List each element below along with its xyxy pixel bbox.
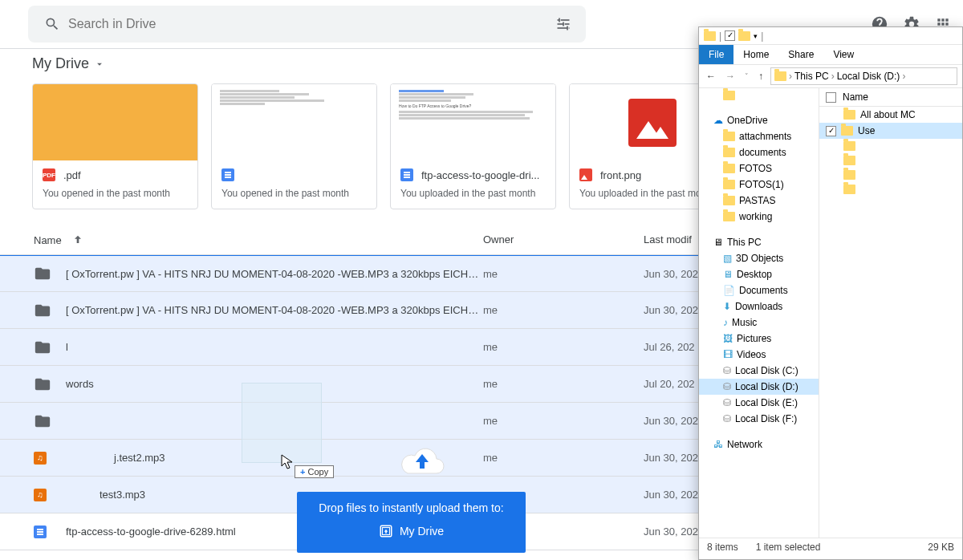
tree-item[interactable]: 🖼Pictures — [699, 331, 819, 347]
tree-item[interactable]: ⛁Local Disk (E:) — [699, 395, 819, 411]
tree-item[interactable]: FOTOS(1) — [699, 177, 819, 193]
checkbox-icon: ✓ — [725, 30, 735, 41]
tree-item[interactable]: ▧3D Objects — [699, 250, 819, 266]
column-name[interactable]: Name — [843, 91, 868, 103]
tree-item[interactable]: ⛁Local Disk (C:) — [699, 363, 819, 379]
explorer-tree[interactable]: ☁OneDrive attachments documents FOTOS FO… — [699, 88, 819, 538]
folder-icon — [843, 185, 855, 194]
file-name: [ OxTorrent.pw ] VA - HITS NRJ DU MOMENT… — [66, 268, 483, 280]
tree-item[interactable]: ☁OneDrive — [699, 112, 819, 128]
list-item[interactable]: ✓Use — [819, 123, 962, 139]
address-segment[interactable]: Local Disk (D:) — [837, 71, 900, 82]
svg-rect-5 — [558, 27, 568, 29]
explorer-list[interactable]: Name All about MC ✓Use — [819, 88, 962, 538]
file-modified: Jun 30, 202 — [644, 489, 698, 501]
folder-icon — [843, 170, 855, 180]
column-name[interactable]: Name — [34, 233, 483, 246]
back-icon[interactable]: ← — [704, 71, 718, 82]
upload-cloud-icon — [398, 443, 446, 478]
tree-item[interactable] — [699, 88, 819, 103]
tree-item[interactable]: ⛁Local Disk (D:) — [699, 379, 819, 395]
documents-icon: 📄 — [723, 285, 735, 296]
tab-share[interactable]: Share — [778, 45, 823, 64]
audio-icon: ♫ — [34, 489, 66, 501]
tree-item[interactable]: PASTAS — [699, 193, 819, 209]
checkbox-icon[interactable]: ✓ — [826, 126, 836, 136]
explorer-titlebar[interactable]: | ✓ ▾ | — [699, 27, 962, 45]
file-modified: Jun 30, 2021 — [644, 526, 704, 538]
tab-file[interactable]: File — [699, 45, 733, 64]
arrow-up-icon — [71, 233, 84, 246]
tree-item[interactable]: attachments — [699, 128, 819, 144]
svg-rect-8 — [563, 22, 564, 26]
tab-home[interactable]: Home — [733, 45, 778, 64]
address-bar[interactable]: › This PC › Local Disk (D:) › — [770, 67, 957, 85]
search-icon — [44, 16, 60, 32]
list-header[interactable]: Name — [819, 88, 962, 107]
list-item[interactable]: All about MC — [819, 107, 962, 123]
folder-icon — [723, 212, 735, 221]
file-modified: Jun 30, 202 — [644, 415, 698, 427]
column-owner[interactable]: Owner — [483, 233, 644, 246]
svg-rect-2 — [561, 19, 570, 21]
checkbox-icon[interactable] — [826, 92, 836, 103]
status-count: 8 items — [707, 542, 738, 553]
tab-view[interactable]: View — [823, 45, 863, 64]
breadcrumb-label: My Drive — [32, 55, 89, 72]
card[interactable]: How to Do FTP Access to Google Drive? ft… — [390, 83, 556, 209]
folder-icon — [774, 71, 786, 81]
tree-item[interactable]: FOTOS — [699, 160, 819, 177]
folder-icon — [34, 339, 66, 356]
card[interactable]: You opened in the past month — [211, 83, 377, 209]
pictures-icon: 🖼 — [723, 333, 733, 344]
list-item[interactable] — [819, 153, 962, 168]
search-box[interactable] — [28, 6, 586, 43]
tree-item[interactable]: working — [699, 209, 819, 225]
tree-item[interactable]: documents — [699, 144, 819, 160]
folder-icon — [723, 180, 735, 189]
list-item[interactable] — [819, 139, 962, 153]
tree-item[interactable]: ♪Music — [699, 314, 819, 331]
folder-icon — [34, 265, 66, 282]
card-thumb — [212, 84, 376, 160]
folder-icon — [723, 132, 735, 141]
file-modified: Jul 20, 202 — [644, 378, 695, 390]
up-icon[interactable]: ↑ — [756, 71, 766, 82]
upload-target: My Drive — [400, 525, 444, 538]
tree-item[interactable]: 🖧Network — [699, 436, 819, 452]
disk-icon: ⛁ — [723, 365, 731, 376]
card-thumb: How to Do FTP Access to Google Drive? — [391, 84, 555, 160]
windows-explorer: | ✓ ▾ | File Home Share View ← → ˅ ↑ › T… — [698, 26, 963, 560]
explorer-status-bar: 8 items 1 item selected 29 KB — [699, 538, 962, 555]
tree-item[interactable]: 📄Documents — [699, 282, 819, 298]
disk-icon: ⛁ — [723, 381, 731, 392]
tree-item[interactable]: ⬇Downloads — [699, 298, 819, 314]
file-owner: me — [483, 378, 644, 390]
tree-item[interactable]: 🖥This PC — [699, 234, 819, 250]
list-item[interactable] — [819, 182, 962, 197]
folder-icon — [723, 148, 735, 157]
address-segment[interactable]: This PC — [794, 71, 829, 82]
image-icon — [579, 168, 592, 181]
disk-icon: ⛁ — [723, 413, 731, 424]
list-item[interactable] — [819, 168, 962, 182]
card-title: .pdf — [63, 169, 81, 181]
card[interactable]: PDF.pdf You opened in the past month — [32, 83, 198, 209]
tree-item[interactable]: 🎞Videos — [699, 347, 819, 363]
tree-item[interactable]: ⛁Local Disk (F:) — [699, 411, 819, 427]
search-input[interactable] — [68, 17, 549, 31]
folder-icon — [843, 141, 855, 151]
network-icon: 🖧 — [713, 439, 723, 450]
tree-item[interactable]: 🖥Desktop — [699, 266, 819, 282]
tune-icon[interactable] — [555, 16, 571, 32]
file-owner: me — [483, 268, 644, 280]
svg-rect-6 — [569, 27, 570, 29]
chevron-down-icon — [94, 59, 105, 70]
folder-icon — [704, 31, 716, 41]
pdf-icon: PDF — [43, 168, 55, 181]
forward-icon[interactable]: → — [723, 71, 737, 82]
explorer-ribbon-tabs: File Home Share View — [699, 45, 962, 64]
folder-icon — [723, 196, 735, 205]
drive-icon — [379, 524, 393, 538]
recent-icon[interactable]: ˅ — [742, 72, 751, 80]
